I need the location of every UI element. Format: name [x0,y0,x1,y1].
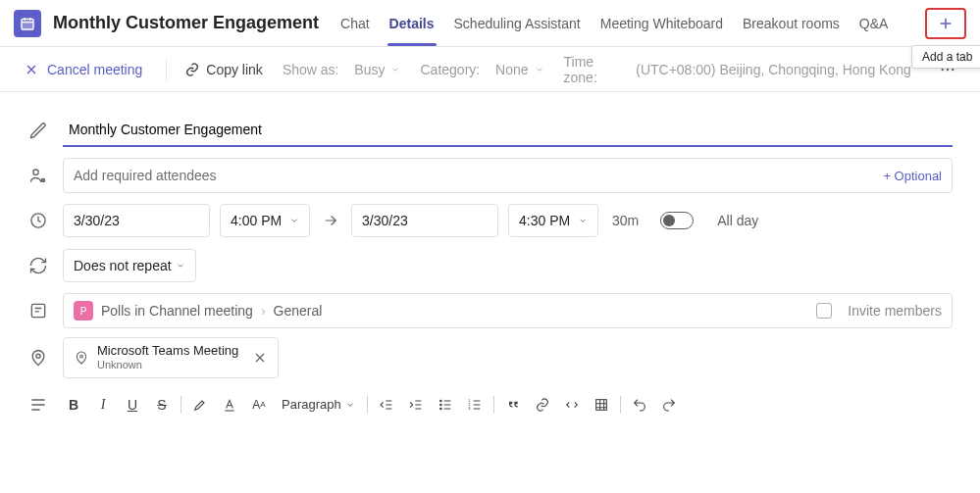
start-time-input[interactable]: 4:00 PM [220,204,310,237]
svg-point-5 [33,170,38,174]
start-date-input[interactable]: 3/30/23 [63,204,210,237]
meeting-title-input[interactable] [63,114,953,147]
svg-rect-8 [31,304,44,317]
tab-meeting-whiteboard[interactable]: Meeting Whiteboard [591,0,733,46]
tab-qa[interactable]: Q&A [850,0,899,46]
calendar-app-icon [14,10,41,37]
header-bar: Monthly Customer Engagement Chat Details… [0,0,980,47]
italic-button[interactable]: I [92,394,114,416]
add-optional-button[interactable]: + Optional [883,169,942,183]
chevron-down-icon [176,261,185,271]
title-row [0,108,980,153]
font-size-button[interactable]: AA [248,394,270,416]
toolbar-separator [620,396,621,414]
tab-details[interactable]: Details [380,0,444,46]
toolbar-separator [166,59,167,80]
font-color-button[interactable] [219,394,240,416]
numbered-list-button[interactable]: 123 [464,394,486,416]
meeting-toolbar: Cancel meeting Copy link Show as: Busy C… [0,47,980,92]
chevron-down-icon [390,65,400,74]
undo-button[interactable] [629,394,650,416]
location-chip[interactable]: Microsoft Teams Meeting Unknown [63,337,279,378]
toolbar-separator [367,396,368,414]
datetime-row: 3/30/23 4:00 PM 3/30/23 4:30 PM 30m All … [0,198,980,243]
tab-scheduling-assistant[interactable]: Scheduling Assistant [444,0,591,46]
decrease-indent-button[interactable] [376,394,397,416]
show-as-dropdown[interactable]: Show as: Busy [275,58,409,81]
location-icon [27,348,49,368]
channel-avatar-icon: P [74,301,93,320]
svg-point-9 [36,354,40,358]
attendees-placeholder: Add required attendees [74,168,883,183]
duration-label: 30m [612,213,639,228]
required-attendees-input[interactable]: Add required attendees + Optional [63,158,953,193]
meeting-form: Add required attendees + Optional 3/30/2… [0,92,980,427]
timezone-dropdown[interactable]: Time zone: (UTC+08:00) Beijing, Chongqin… [556,50,919,89]
channel-row: P Polls in Channel meeting › General Inv… [0,288,980,333]
invite-members-checkbox[interactable] [816,303,832,319]
insert-table-button[interactable] [591,394,612,416]
tab-breakout-rooms[interactable]: Breakout rooms [733,0,850,46]
svg-point-4 [952,68,954,70]
svg-point-12 [439,404,441,406]
rich-text-toolbar: B I U S AA Paragraph 123 [63,388,953,421]
invite-members-label: Invite members [848,303,942,319]
bold-button[interactable]: B [63,394,84,416]
remove-location-button[interactable] [252,350,268,366]
all-day-toggle[interactable] [660,212,694,229]
all-day-label: All day [717,213,758,228]
increase-indent-button[interactable] [405,394,427,416]
quote-button[interactable] [502,394,524,416]
end-time-input[interactable]: 4:30 PM [508,204,598,237]
svg-rect-0 [22,19,33,29]
code-block-button[interactable] [561,394,583,416]
recurrence-icon [27,256,49,275]
svg-point-10 [80,355,83,358]
bulleted-list-button[interactable] [435,394,456,416]
meeting-title-header: Monthly Customer Engagement [53,13,319,33]
arrow-right-icon [320,212,341,229]
cancel-meeting-button[interactable]: Cancel meeting [14,47,156,91]
recurrence-row: Does not repeat [0,243,980,288]
svg-point-3 [947,68,949,70]
insert-link-button[interactable] [532,394,553,416]
svg-text:3: 3 [468,406,471,411]
channel-name: Polls in Channel meeting [101,303,253,319]
category-dropdown[interactable]: Category: None [412,58,551,81]
highlight-button[interactable] [189,394,211,416]
toolbar-separator [181,396,181,414]
tab-strip: Chat Details Scheduling Assistant Meetin… [331,0,917,46]
chevron-down-icon [289,216,299,225]
channel-icon [27,301,49,320]
show-as-value: Busy [354,62,385,77]
description-row: B I U S AA Paragraph 123 [0,382,980,427]
link-icon [184,62,200,77]
category-label: Category: [420,62,480,77]
add-tab-button[interactable] [925,8,966,39]
copy-link-button[interactable]: Copy link [177,58,271,81]
redo-button[interactable] [658,394,680,416]
svg-point-13 [439,408,441,410]
chevron-down-icon [535,65,544,74]
add-tab-wrapper: Add a tab [917,8,966,39]
timezone-label: Time zone: [564,54,621,85]
svg-point-11 [439,400,441,402]
channel-selector[interactable]: P Polls in Channel meeting › General Inv… [63,293,953,328]
recurrence-dropdown[interactable]: Does not repeat [63,249,196,282]
tab-chat[interactable]: Chat [331,0,380,46]
clock-icon [27,211,49,230]
copy-link-label: Copy link [206,62,263,77]
svg-rect-17 [595,399,606,410]
people-icon [27,166,49,185]
end-date-input[interactable]: 3/30/23 [351,204,498,237]
svg-point-2 [942,68,944,70]
paragraph-style-dropdown[interactable]: Paragraph [278,397,359,412]
attendees-row: Add required attendees + Optional [0,153,980,198]
toolbar-separator [493,396,494,414]
strikethrough-button[interactable]: S [151,394,173,416]
timezone-value: (UTC+08:00) Beijing, Chongqing, Hong Kon… [636,62,910,77]
description-icon [27,395,49,415]
underline-button[interactable]: U [122,394,143,416]
pencil-icon [27,121,49,140]
chevron-down-icon [345,400,355,410]
